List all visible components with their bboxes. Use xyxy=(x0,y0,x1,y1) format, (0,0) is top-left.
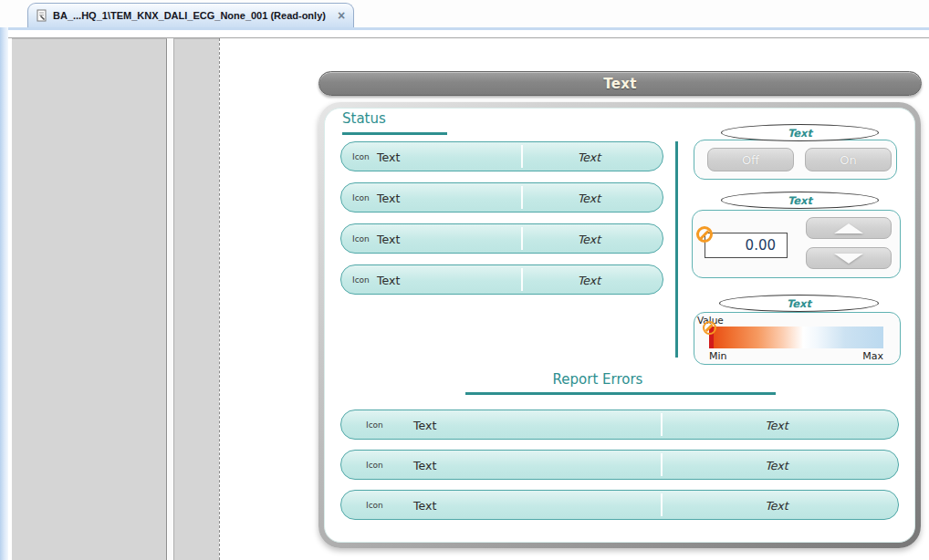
status-row-label: Text xyxy=(377,273,400,286)
increment-button[interactable] xyxy=(806,217,892,239)
report-error-row: Icon Text Text xyxy=(340,410,899,440)
report-errors-title: Report Errors xyxy=(461,371,735,388)
report-row-label: Text xyxy=(413,418,436,431)
status-row-icon-label: Icon xyxy=(352,193,370,202)
window-frame-left xyxy=(0,27,8,560)
secondary-panel xyxy=(173,38,219,560)
status-row-icon-label: Icon xyxy=(352,275,370,285)
status-row-value: Text xyxy=(521,273,657,286)
tab-title: BA_...HQ_1\TEM_KNX_DALI_ECG_None_001 (Re… xyxy=(53,10,326,21)
status-row-label: Text xyxy=(377,191,400,204)
tab-strip-border xyxy=(0,27,929,30)
value-input[interactable]: 0.00 xyxy=(705,233,788,258)
status-row-label: Text xyxy=(377,150,400,163)
report-row-icon-label: Icon xyxy=(366,501,383,510)
switch-group-title: Text xyxy=(721,124,879,141)
report-row-value: Text xyxy=(661,498,892,512)
report-errors-underline xyxy=(465,392,776,395)
report-row-value: Text xyxy=(661,458,892,472)
editor-window: BA_...HQ_1\TEM_KNX_DALI_ECG_None_001 (Re… xyxy=(0,0,929,560)
status-row-value: Text xyxy=(521,150,657,163)
close-icon[interactable]: × xyxy=(338,9,345,22)
report-row-value: Text xyxy=(661,418,892,431)
status-row: Icon Text Text xyxy=(340,182,663,213)
arrow-up-icon xyxy=(834,223,863,233)
arrow-down-icon xyxy=(834,254,863,264)
gauge-gradient-bar[interactable] xyxy=(709,327,883,348)
status-row: Icon Text Text xyxy=(340,223,663,254)
no-entry-icon xyxy=(703,321,716,335)
status-section-title: Status xyxy=(342,110,386,127)
report-error-row: Icon Text Text xyxy=(340,450,899,480)
status-underline xyxy=(342,132,447,135)
decrement-button[interactable] xyxy=(806,247,892,269)
status-row-label: Text xyxy=(377,232,400,245)
off-button[interactable]: Off xyxy=(707,148,794,171)
status-row: Icon Text Text xyxy=(340,264,663,295)
report-row-icon-label: Icon xyxy=(366,420,383,430)
status-row: Icon Text Text xyxy=(340,141,663,171)
document-tab[interactable]: BA_...HQ_1\TEM_KNX_DALI_ECG_None_001 (Re… xyxy=(27,3,354,27)
no-entry-icon xyxy=(696,226,713,243)
spinner-group-title: Text xyxy=(721,192,879,209)
document-icon xyxy=(37,9,47,22)
on-button[interactable]: On xyxy=(805,148,892,171)
faceplate-title-bar: Text xyxy=(318,71,922,96)
status-row-value: Text xyxy=(521,191,657,204)
faceplate: Status Icon Text Text Icon Text Text Ico… xyxy=(318,102,921,548)
vertical-separator xyxy=(675,141,678,358)
gauge-max-label: Max xyxy=(848,350,883,362)
status-row-icon-label: Icon xyxy=(352,234,370,244)
report-row-label: Text xyxy=(413,498,436,512)
gauge-min-label: Min xyxy=(709,350,727,362)
report-row-label: Text xyxy=(413,458,436,472)
left-panel xyxy=(12,38,167,560)
report-row-icon-label: Icon xyxy=(366,461,383,470)
gauge-group-title: Text xyxy=(719,295,879,312)
status-row-icon-label: Icon xyxy=(352,152,370,161)
tab-bar: BA_...HQ_1\TEM_KNX_DALI_ECG_None_001 (Re… xyxy=(0,0,929,27)
report-error-row: Icon Text Text xyxy=(340,490,899,520)
faceplate-title: Text xyxy=(603,76,636,92)
status-row-value: Text xyxy=(521,232,657,245)
